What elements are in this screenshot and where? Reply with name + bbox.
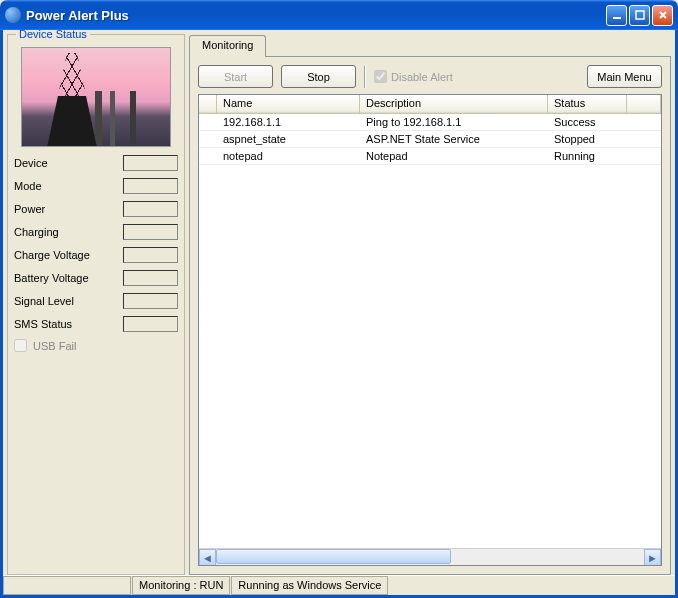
battery-voltage-value (123, 270, 178, 286)
grid-header-gutter[interactable] (199, 95, 217, 113)
grid-header-description[interactable]: Description (360, 95, 548, 113)
cell-status: Running (548, 150, 627, 162)
disable-alert-checkbox (374, 70, 387, 83)
grid-header-row: Name Description Status (199, 95, 661, 114)
stop-button[interactable]: Stop (281, 65, 356, 88)
tab-strip: Monitoring (189, 34, 671, 56)
monitoring-toolbar: Start Stop Disable Alert Main Menu (198, 65, 662, 88)
grid-header-status[interactable]: Status (548, 95, 627, 113)
grid-header-spacer (627, 95, 661, 113)
cell-description: Notepad (360, 150, 548, 162)
device-label: Device (14, 157, 123, 169)
cell-status: Success (548, 116, 627, 128)
status-bar: Monitoring : RUN Running as Windows Serv… (3, 575, 675, 595)
minimize-button[interactable] (606, 5, 627, 26)
scroll-right-button[interactable]: ► (644, 549, 661, 566)
mode-label: Mode (14, 180, 123, 192)
tab-content-monitoring: Start Stop Disable Alert Main Menu Name … (189, 56, 671, 575)
battery-voltage-label: Battery Voltage (14, 272, 123, 284)
charging-label: Charging (14, 226, 123, 238)
toolbar-separator (364, 66, 366, 88)
mode-value (123, 178, 178, 194)
charge-voltage-label: Charge Voltage (14, 249, 123, 261)
maximize-button[interactable] (629, 5, 650, 26)
cell-name: aspnet_state (217, 133, 360, 145)
start-button: Start (198, 65, 273, 88)
device-status-panel: Device Status Device Mode Power Charging… (7, 34, 185, 575)
power-value (123, 201, 178, 217)
table-row[interactable]: aspnet_stateASP.NET State ServiceStopped (199, 131, 661, 148)
table-row[interactable]: notepadNotepadRunning (199, 148, 661, 165)
sms-status-label: SMS Status (14, 318, 123, 330)
usb-fail-checkbox (14, 339, 27, 352)
monitoring-grid[interactable]: Name Description Status 192.168.1.1Ping … (198, 94, 662, 566)
window-title: Power Alert Plus (26, 8, 606, 23)
sms-status-value (123, 316, 178, 332)
signal-level-label: Signal Level (14, 295, 123, 307)
svg-rect-1 (636, 11, 644, 19)
power-label: Power (14, 203, 123, 215)
cell-description: Ping to 192.168.1.1 (360, 116, 548, 128)
cell-name: notepad (217, 150, 360, 162)
status-cell-service: Running as Windows Service (231, 576, 388, 595)
app-icon (5, 7, 21, 23)
titlebar[interactable]: Power Alert Plus (0, 0, 678, 30)
cell-description: ASP.NET State Service (360, 133, 548, 145)
status-cell-monitoring: Monitoring : RUN (132, 576, 230, 595)
scroll-left-button[interactable]: ◄ (199, 549, 216, 566)
grid-header-name[interactable]: Name (217, 95, 360, 113)
tab-monitoring[interactable]: Monitoring (189, 35, 266, 57)
cell-status: Stopped (548, 133, 627, 145)
device-status-legend: Device Status (16, 30, 90, 40)
charge-voltage-value (123, 247, 178, 263)
disable-alert-label: Disable Alert (391, 71, 453, 83)
table-row[interactable]: 192.168.1.1Ping to 192.168.1.1Success (199, 114, 661, 131)
close-button[interactable] (652, 5, 673, 26)
disable-alert-control: Disable Alert (374, 70, 453, 83)
signal-level-value (123, 293, 178, 309)
scroll-thumb[interactable] (216, 549, 451, 564)
device-status-image (21, 47, 171, 147)
grid-horizontal-scrollbar[interactable]: ◄ ► (199, 548, 661, 565)
usb-fail-label: USB Fail (33, 340, 76, 352)
cell-name: 192.168.1.1 (217, 116, 360, 128)
main-menu-button[interactable]: Main Menu (587, 65, 662, 88)
svg-rect-0 (613, 17, 621, 19)
charging-value (123, 224, 178, 240)
device-value (123, 155, 178, 171)
status-cell-blank (3, 576, 131, 595)
